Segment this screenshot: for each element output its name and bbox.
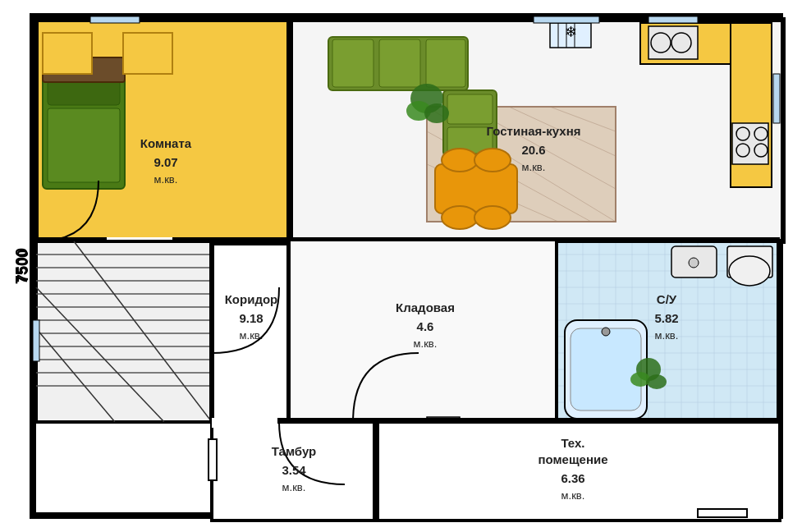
svg-point-40	[474, 149, 511, 172]
dimension-vertical: 7500	[12, 248, 31, 285]
bedroom-label: Комната	[140, 136, 192, 150]
bathroom-label: С/У	[657, 292, 677, 306]
svg-rect-8	[648, 26, 698, 59]
tambour-label: Тамбур	[272, 444, 316, 458]
svg-point-39	[442, 149, 478, 172]
svg-rect-44	[48, 80, 120, 105]
bathroom-unit: м.кв.	[655, 329, 679, 342]
svg-point-79	[689, 258, 699, 268]
svg-rect-33	[447, 94, 493, 124]
svg-rect-52	[36, 241, 212, 422]
svg-rect-30	[379, 39, 420, 87]
bedroom-unit: м.кв.	[154, 173, 178, 186]
storage-area: 4.6	[417, 319, 434, 333]
tech-unit: м.кв.	[561, 489, 585, 502]
svg-point-77	[729, 256, 770, 286]
svg-rect-29	[332, 39, 374, 87]
svg-rect-92	[698, 509, 747, 517]
svg-rect-48	[123, 33, 172, 74]
tech-area: 6.36	[561, 471, 584, 485]
bathroom-area: 5.82	[654, 311, 678, 325]
living-label: Гостиная-кухня	[487, 124, 581, 138]
storage-unit: м.кв.	[414, 337, 438, 350]
svg-point-41	[442, 206, 478, 229]
svg-rect-45	[48, 108, 120, 182]
bedroom-area: 9.07	[154, 155, 177, 169]
corridor-area: 9.18	[239, 311, 263, 325]
living-area: 20.6	[521, 143, 545, 157]
svg-rect-31	[426, 39, 465, 87]
svg-rect-81	[571, 328, 641, 410]
corridor-label: Коридор	[225, 292, 278, 306]
tech-label: Тех.	[561, 436, 584, 450]
svg-text:❄: ❄	[565, 24, 577, 40]
svg-point-37	[424, 103, 449, 123]
svg-rect-94	[212, 418, 277, 428]
tech-label2: помещение	[538, 452, 607, 466]
storage-label: Кладовая	[396, 300, 455, 314]
svg-rect-96	[534, 16, 599, 23]
svg-rect-47	[43, 33, 92, 74]
svg-point-82	[602, 328, 610, 336]
living-unit: м.кв.	[522, 161, 546, 173]
corridor-unit: м.кв.	[240, 329, 264, 342]
svg-rect-97	[648, 16, 698, 23]
floor-plan: 7500 ❄	[0, 0, 802, 532]
svg-point-85	[647, 374, 667, 389]
tambour-unit: м.кв.	[282, 481, 306, 493]
svg-rect-99	[773, 74, 780, 123]
svg-point-84	[630, 372, 650, 387]
svg-rect-98	[33, 320, 39, 361]
tambour-area: 3.54	[282, 463, 306, 477]
svg-point-42	[474, 206, 511, 229]
svg-rect-95	[90, 16, 140, 23]
svg-rect-38	[435, 164, 517, 213]
svg-rect-89	[209, 439, 217, 480]
